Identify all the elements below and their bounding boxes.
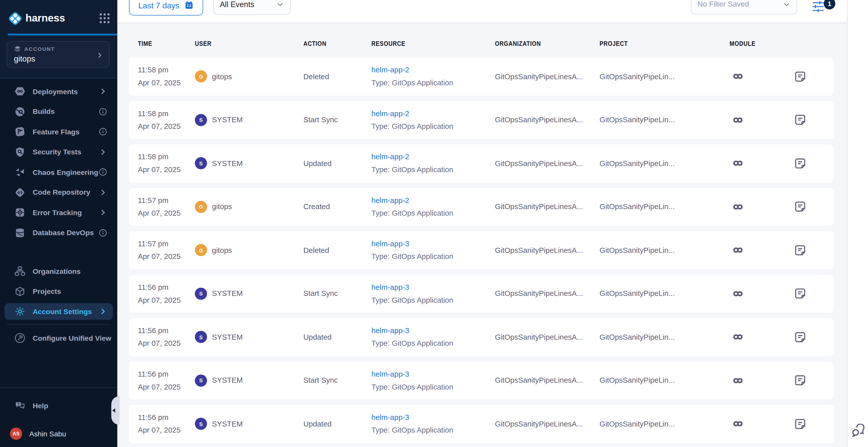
action-label: Start Sync — [304, 290, 372, 298]
audit-row[interactable]: 11:57 pm Apr 07, 2025 G gitops Deleted h… — [129, 231, 834, 269]
user-menu[interactable]: AS Ashin Sabu — [0, 425, 117, 442]
account-name: gitops — [14, 54, 103, 63]
chevron-down-icon — [276, 0, 284, 8]
event-type-dropdown[interactable]: All Events — [213, 0, 290, 15]
project-name: GitOpsSanityPipeLin... — [599, 290, 696, 298]
column-header-action: ACTION — [304, 40, 362, 47]
support-chat-icon[interactable] — [851, 424, 865, 438]
event-time: 11:58 pm — [138, 153, 195, 161]
note-icon[interactable] — [794, 201, 825, 213]
account-scope-selector[interactable]: ACCOUNT gitops — [7, 41, 110, 68]
error-tracking-icon — [14, 207, 26, 218]
nav-divider — [7, 324, 111, 325]
sidebar-item-label: Feature Flags — [33, 128, 80, 136]
projects-icon — [14, 286, 26, 297]
gitops-module-icon — [730, 201, 795, 213]
note-icon[interactable] — [794, 71, 825, 82]
resource-link[interactable]: helm-app-3 — [372, 370, 495, 378]
user-avatar: S — [195, 288, 207, 300]
sidebar-item-account-settings[interactable]: Account Settings — [4, 303, 113, 320]
user-name: Ashin Sabu — [29, 429, 66, 438]
sidebar-item-builds[interactable]: Builds — [4, 103, 113, 120]
event-time: 11:57 pm — [138, 240, 195, 248]
user-avatar: S — [195, 374, 207, 386]
note-icon[interactable] — [794, 157, 825, 169]
sidebar-item-organizations[interactable]: Organizations — [4, 263, 113, 280]
sidebar-item-projects[interactable]: Projects — [4, 283, 113, 300]
info-icon — [98, 127, 107, 136]
sidebar-collapse-handle[interactable] — [111, 396, 120, 425]
organizations-icon — [14, 265, 26, 277]
organization-name: GitOpsSanityPipeLinesA... — [495, 376, 592, 385]
sidebar-item-database-devops[interactable]: Database DevOps — [4, 224, 113, 241]
user-name: gitops — [212, 72, 232, 81]
note-icon[interactable] — [794, 331, 825, 343]
resource-link[interactable]: helm-app-2 — [372, 66, 495, 74]
audit-row[interactable]: 11:56 pm Apr 07, 2025 S SYSTEM Start Syn… — [129, 361, 834, 400]
saved-filter-dropdown[interactable]: No Filter Saved — [691, 0, 797, 14]
audit-row[interactable]: 11:56 pm Apr 07, 2025 S SYSTEM Updated h… — [129, 318, 834, 356]
event-type-value: All Events — [220, 0, 254, 9]
sidebar-item-feature-flags[interactable]: Feature Flags — [4, 123, 113, 140]
event-time: 11:56 pm — [138, 326, 195, 335]
audit-row[interactable]: 11:57 pm Apr 07, 2025 G gitops Created h… — [129, 188, 834, 226]
audit-row[interactable]: 11:56 pm Apr 07, 2025 S SYSTEM Start Syn… — [129, 275, 834, 313]
resource-type: Type: GitOps Application — [372, 79, 495, 87]
user-name: SYSTEM — [212, 376, 243, 385]
resource-link[interactable]: helm-app-3 — [372, 413, 495, 422]
sidebar-item-help[interactable]: ? Help — [4, 397, 113, 414]
column-header-organization: ORGANIZATION — [495, 40, 585, 47]
audit-row[interactable]: 11:58 pm Apr 07, 2025 S SYSTEM Start Syn… — [129, 101, 834, 139]
module-grid-icon[interactable] — [99, 13, 110, 23]
harness-logo-icon[interactable] — [8, 11, 23, 26]
audit-trail-page: harness ACCOUNT gitops Deployment — [0, 0, 868, 447]
table-header: TIME USER ACTION RESOURCE ORGANIZATION P… — [138, 40, 847, 47]
database-devops-icon — [14, 227, 26, 238]
note-icon[interactable] — [794, 288, 825, 299]
resource-link[interactable]: helm-app-3 — [372, 240, 495, 248]
note-icon[interactable] — [794, 244, 825, 256]
filter-toolbar: Last 7 days All Events No Filter Saved 1 — [117, 0, 847, 23]
gitops-module-icon — [730, 374, 795, 386]
sidebar-item-error-tracking[interactable]: Error Tracking — [4, 204, 113, 221]
note-icon[interactable] — [794, 418, 825, 430]
sidebar-item-deployments[interactable]: Deployments — [4, 83, 113, 100]
sidebar-item-label: Error Tracking — [33, 208, 82, 217]
note-icon[interactable] — [794, 375, 825, 386]
info-icon — [98, 107, 107, 116]
organization-name: GitOpsSanityPipeLinesA... — [495, 333, 592, 341]
sidebar-item-security-tests[interactable]: Security Tests — [4, 143, 113, 160]
resource-type: Type: GitOps Application — [372, 339, 495, 348]
chevron-right-icon — [98, 147, 107, 156]
resource-link[interactable]: helm-app-3 — [372, 326, 495, 335]
audit-row[interactable]: 11:56 pm Apr 07, 2025 S SYSTEM Updated h… — [129, 405, 834, 443]
user-name: gitops — [212, 202, 232, 211]
action-label: Updated — [304, 333, 372, 341]
brand-wordmark: harness — [26, 12, 65, 24]
sidebar-item-chaos-engineering[interactable]: Chaos Engineering — [4, 164, 113, 181]
sidebar-item-configure-unified-view[interactable]: Configure Unified View — [4, 330, 113, 347]
resource-type: Type: GitOps Application — [372, 209, 495, 217]
resource-type: Type: GitOps Application — [372, 296, 495, 304]
organization-name: GitOpsSanityPipeLinesA... — [495, 246, 592, 254]
user-name: SYSTEM — [212, 290, 243, 298]
resource-link[interactable]: helm-app-3 — [372, 283, 495, 291]
audit-row[interactable]: 11:58 pm Apr 07, 2025 G gitops Deleted h… — [129, 58, 834, 95]
resource-link[interactable]: helm-app-2 — [372, 153, 495, 161]
note-icon[interactable] — [794, 114, 825, 126]
resource-link[interactable]: helm-app-2 — [372, 109, 495, 118]
user-name: SYSTEM — [212, 116, 243, 124]
column-header-project: PROJECT — [599, 40, 711, 47]
sidebar-item-label: Chaos Engineering — [33, 168, 98, 176]
date-range-button[interactable]: Last 7 days — [129, 0, 203, 15]
audit-row[interactable]: 11:58 pm Apr 07, 2025 S SYSTEM Updated h… — [129, 144, 834, 182]
security-tests-icon — [14, 146, 26, 157]
resource-type: Type: GitOps Application — [372, 426, 495, 434]
gitops-module-icon — [730, 157, 795, 169]
filter-settings-button[interactable]: 1 — [811, 0, 836, 14]
user-name: SYSTEM — [212, 159, 243, 167]
resource-link[interactable]: helm-app-2 — [372, 196, 495, 204]
user-avatar: S — [195, 114, 207, 126]
sidebar-item-code-repository[interactable]: Code Repository — [4, 184, 113, 201]
collapse-arrow-icon — [113, 408, 115, 413]
